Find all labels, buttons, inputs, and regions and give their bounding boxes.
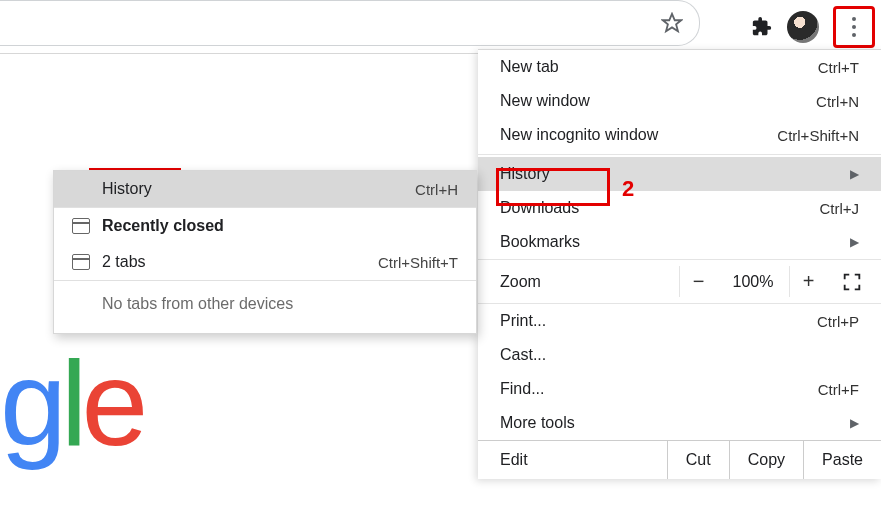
- edit-cut-button[interactable]: Cut: [667, 441, 729, 479]
- edit-label: Edit: [478, 441, 667, 479]
- menu-new-tab[interactable]: New tab Ctrl+T: [478, 50, 881, 84]
- menu-bookmarks[interactable]: Bookmarks ▶: [478, 225, 881, 259]
- submenu-item-shortcut: Ctrl+Shift+T: [378, 254, 458, 271]
- menu-item-label: History: [500, 165, 850, 183]
- bookmark-star-icon[interactable]: [661, 12, 683, 34]
- tab-icon: [72, 218, 90, 234]
- menu-item-shortcut: Ctrl+T: [818, 59, 859, 76]
- menu-new-window[interactable]: New window Ctrl+N: [478, 84, 881, 118]
- submenu-history[interactable]: History Ctrl+H: [54, 171, 476, 207]
- menu-item-label: Print...: [500, 312, 817, 330]
- tab-icon: [72, 254, 90, 270]
- menu-item-label: Find...: [500, 380, 818, 398]
- chevron-right-icon: ▶: [850, 235, 859, 249]
- zoom-out-button[interactable]: −: [679, 266, 717, 297]
- top-right-controls: [751, 6, 875, 48]
- fullscreen-icon[interactable]: [841, 271, 863, 293]
- zoom-in-button[interactable]: +: [789, 266, 827, 297]
- main-menu: New tab Ctrl+T New window Ctrl+N New inc…: [478, 49, 881, 479]
- google-letter-l: l: [61, 343, 82, 463]
- google-letter-g: g: [0, 343, 61, 463]
- submenu-no-other-devices: No tabs from other devices: [54, 281, 476, 333]
- edit-paste-button[interactable]: Paste: [803, 441, 881, 479]
- menu-item-shortcut: Ctrl+J: [819, 200, 859, 217]
- menu-zoom: Zoom − 100% +: [478, 259, 881, 304]
- menu-print[interactable]: Print... Ctrl+P: [478, 304, 881, 338]
- zoom-value: 100%: [721, 273, 785, 291]
- menu-item-label: Downloads: [500, 199, 819, 217]
- menu-find[interactable]: Find... Ctrl+F: [478, 372, 881, 406]
- profile-avatar[interactable]: [787, 11, 819, 43]
- menu-new-incognito[interactable]: New incognito window Ctrl+Shift+N: [478, 118, 881, 152]
- history-submenu: History Ctrl+H Recently closed 2 tabs Ct…: [53, 170, 477, 334]
- chevron-right-icon: ▶: [850, 416, 859, 430]
- menu-item-shortcut: Ctrl+Shift+N: [777, 127, 859, 144]
- menu-item-label: Cast...: [500, 346, 859, 364]
- more-menu-button[interactable]: [833, 6, 875, 48]
- zoom-controls: − 100% +: [679, 266, 863, 297]
- submenu-item-label: History: [102, 180, 403, 198]
- menu-more-tools[interactable]: More tools ▶: [478, 406, 881, 440]
- submenu-two-tabs[interactable]: 2 tabs Ctrl+Shift+T: [54, 244, 476, 280]
- menu-item-shortcut: Ctrl+N: [816, 93, 859, 110]
- menu-item-label: New incognito window: [500, 126, 777, 144]
- address-bar[interactable]: [0, 0, 700, 46]
- submenu-item-label: 2 tabs: [102, 253, 366, 271]
- submenu-item-label: Recently closed: [102, 217, 458, 235]
- svg-marker-0: [663, 14, 681, 31]
- menu-item-label: Bookmarks: [500, 233, 850, 251]
- chevron-right-icon: ▶: [850, 167, 859, 181]
- google-letter-e: e: [81, 343, 142, 463]
- kebab-icon: [852, 17, 856, 37]
- menu-item-shortcut: Ctrl+F: [818, 381, 859, 398]
- edit-copy-button[interactable]: Copy: [729, 441, 803, 479]
- menu-item-shortcut: Ctrl+P: [817, 313, 859, 330]
- submenu-recently-closed[interactable]: Recently closed: [54, 208, 476, 244]
- menu-downloads[interactable]: Downloads Ctrl+J: [478, 191, 881, 225]
- annotation-2: 2: [622, 176, 634, 202]
- menu-cast[interactable]: Cast...: [478, 338, 881, 372]
- menu-history[interactable]: History ▶: [478, 157, 881, 191]
- extensions-icon[interactable]: [751, 16, 773, 38]
- menu-separator: [478, 154, 881, 155]
- submenu-item-shortcut: Ctrl+H: [415, 181, 458, 198]
- menu-item-label: New window: [500, 92, 816, 110]
- google-logo-fragment: g l e: [0, 343, 142, 463]
- menu-item-label: New tab: [500, 58, 818, 76]
- menu-item-label: More tools: [500, 414, 850, 432]
- zoom-label: Zoom: [500, 273, 679, 291]
- menu-edit-row: Edit Cut Copy Paste: [478, 440, 881, 479]
